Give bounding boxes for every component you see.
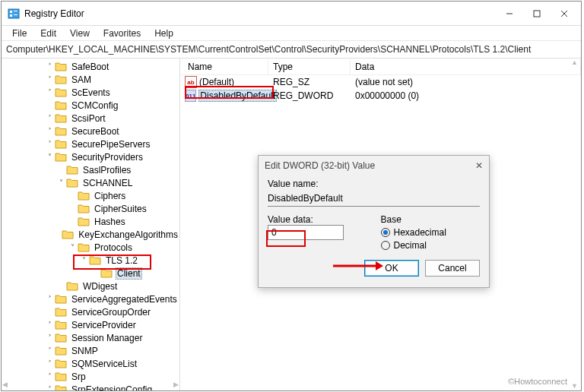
tree-item[interactable]: ˃ServiceProvider: [2, 318, 179, 331]
expand-icon[interactable]: ˃: [44, 321, 55, 329]
radio-hex-label: Hexadecimal: [394, 227, 446, 238]
tree-item[interactable]: ˃Session Manager: [2, 331, 179, 344]
tree-item[interactable]: ˃SecurePipeServers: [2, 138, 179, 150]
expand-icon[interactable]: ˃: [44, 88, 55, 96]
tree-item[interactable]: KeyExchangeAlgorithms: [2, 228, 179, 241]
address-bar[interactable]: Computer\HKEY_LOCAL_MACHINE\SYSTEM\Curre…: [2, 41, 581, 58]
tree-item[interactable]: ˃SAM: [2, 73, 179, 86]
value-data-cell: (value not set): [351, 77, 581, 87]
window-title: Registry Editor: [24, 8, 496, 19]
expand-icon[interactable]: ˃: [44, 346, 55, 355]
value-type-cell: REG_DWORD: [268, 90, 351, 101]
tree-item-label: SNMP: [70, 346, 100, 356]
tree-item-label: ScsiPort: [70, 113, 107, 124]
dialog-title-text: Edit DWORD (32-bit) Value: [265, 160, 375, 171]
radio-icon: [381, 228, 390, 237]
tree-item[interactable]: ˃SafeBoot: [2, 60, 179, 73]
tree-item[interactable]: ˃SNMP: [2, 344, 179, 357]
value-data-input[interactable]: [268, 225, 344, 240]
menubar: File Edit View Favorites Help: [2, 26, 581, 41]
tree-item-label: Hashes: [93, 217, 127, 227]
tree-item[interactable]: Ciphers: [2, 189, 179, 202]
address-text: Computer\HKEY_LOCAL_MACHINE\SYSTEM\Curre…: [6, 44, 531, 55]
tree-item[interactable]: ˅Protocols: [2, 241, 179, 254]
radio-hexadecimal[interactable]: Hexadecimal: [381, 227, 481, 238]
minimize-button[interactable]: [496, 3, 523, 24]
folder-icon: [55, 307, 67, 317]
expand-icon[interactable]: ˅: [44, 153, 55, 161]
tree-item[interactable]: SCMConfig: [2, 99, 179, 112]
tree-item-label: SecurePipeServers: [70, 139, 151, 150]
expand-icon[interactable]: ˅: [56, 179, 66, 187]
expand-icon[interactable]: ˅: [78, 256, 89, 264]
folder-icon: [55, 87, 67, 97]
value-type-cell: REG_SZ: [268, 77, 351, 87]
menu-file[interactable]: File: [6, 27, 33, 40]
svg-rect-0: [8, 9, 19, 18]
radio-decimal[interactable]: Decimal: [381, 240, 481, 251]
expand-icon[interactable]: ˅: [67, 243, 78, 251]
folder-icon: [55, 139, 67, 149]
col-header-name[interactable]: Name: [183, 59, 268, 74]
expand-icon[interactable]: ˃: [44, 359, 55, 368]
scroll-left-icon[interactable]: ◀: [2, 381, 8, 388]
value-name-cell: (Default): [199, 77, 234, 87]
titlebar: Registry Editor: [2, 2, 581, 26]
dialog-close-button[interactable]: ✕: [475, 160, 483, 171]
scroll-right-icon[interactable]: ▶: [173, 381, 179, 388]
value-name-field[interactable]: [268, 191, 480, 207]
close-button[interactable]: [551, 3, 578, 24]
col-header-data[interactable]: Data: [351, 59, 581, 74]
expand-icon[interactable]: ˃: [44, 295, 55, 303]
maximize-button[interactable]: [523, 3, 551, 24]
cancel-button[interactable]: Cancel: [425, 260, 480, 277]
tree-item[interactable]: ˃SQMServiceList: [2, 357, 179, 370]
tree-item[interactable]: ˅SecurityProviders: [2, 150, 179, 163]
tree-item[interactable]: ˃ScEvents: [2, 86, 179, 99]
folder-icon: [55, 152, 67, 162]
tree-item[interactable]: ˅SCHANNEL: [2, 176, 179, 189]
menu-edit[interactable]: Edit: [34, 27, 62, 40]
radio-dec-label: Decimal: [394, 240, 427, 251]
folder-icon: [66, 165, 78, 175]
tree-item[interactable]: Hashes: [2, 215, 179, 228]
expand-icon[interactable]: ˃: [44, 140, 55, 148]
value-name-cell: DisabledByDefault: [198, 90, 277, 102]
tree-item-label: Session Manager: [70, 333, 144, 343]
col-header-type[interactable]: Type: [268, 59, 351, 74]
tree-item-label: ScEvents: [70, 87, 112, 98]
tree-item[interactable]: ˅TLS 1.2: [2, 254, 179, 267]
tree-item[interactable]: ˃ScsiPort: [2, 112, 179, 125]
tree-item[interactable]: ˃ServiceAggregatedEvents: [2, 292, 179, 305]
menu-view[interactable]: View: [64, 27, 96, 40]
folder-icon: [55, 74, 67, 84]
tree-item[interactable]: ˃SecureBoot: [2, 125, 179, 138]
ok-button[interactable]: OK: [364, 260, 419, 277]
value-type-icon: 011: [185, 90, 196, 102]
tree-scrollbar-horizontal[interactable]: ◀▶: [2, 378, 179, 390]
tree-item[interactable]: Client: [2, 267, 179, 280]
value-row[interactable]: ab(Default)REG_SZ(value not set): [180, 75, 581, 89]
folder-icon: [55, 126, 67, 136]
expand-icon[interactable]: ˃: [44, 127, 55, 135]
expand-icon[interactable]: ˃: [44, 114, 55, 122]
folder-icon: [89, 255, 101, 265]
tree-item[interactable]: SaslProfiles: [2, 163, 179, 176]
tree-item-label: ServiceAggregatedEvents: [70, 294, 179, 305]
expand-icon[interactable]: ˃: [44, 62, 55, 71]
value-row[interactable]: 011DisabledByDefaultREG_DWORD0x00000000 …: [180, 89, 581, 103]
folder-icon: [55, 359, 67, 368]
menu-help[interactable]: Help: [148, 27, 179, 40]
folder-icon: [78, 191, 90, 201]
regedit-icon: [8, 8, 20, 20]
folder-icon: [78, 204, 90, 213]
tree-item[interactable]: ServiceGroupOrder: [2, 305, 179, 318]
expand-icon[interactable]: ˃: [44, 334, 55, 342]
tree-item[interactable]: CipherSuites: [2, 202, 179, 215]
expand-icon[interactable]: ˃: [44, 75, 55, 84]
tree-item[interactable]: WDigest: [2, 280, 179, 292]
menu-favorites[interactable]: Favorites: [97, 27, 147, 40]
tree-item-label: ServiceGroupOrder: [70, 307, 152, 318]
tree-panel[interactable]: ▲▼ ◀▶ ˃SafeBoot˃SAM˃ScEventsSCMConfig˃Sc…: [2, 58, 180, 390]
radio-icon: [381, 241, 390, 250]
